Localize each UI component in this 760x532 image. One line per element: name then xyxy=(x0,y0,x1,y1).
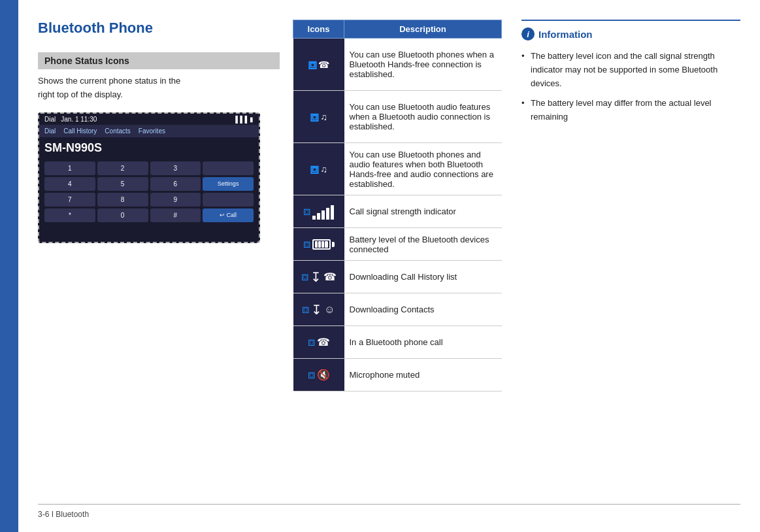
icon-cell-dl-call: ⧈ ↧ ☎ xyxy=(293,261,344,293)
footer-text: 3-6 I Bluetooth xyxy=(38,510,89,519)
battery-seg-1 xyxy=(315,241,318,248)
table-row: ⧈ ☎ In a Bluetooth phone call xyxy=(293,326,502,359)
table-row: ⧈ ♫ You can use Bluetooth phones and aud… xyxy=(293,143,502,195)
bluetooth-symbol: ⧈ xyxy=(303,205,310,218)
icons-table: Icons Description ⧈ ☎ You can use Blu xyxy=(293,20,502,391)
person-symbol: ☺ xyxy=(324,304,335,316)
signal-bars xyxy=(312,204,334,220)
battery-tip xyxy=(332,242,335,247)
table-row: ⧈ 🔇 Microphone muted xyxy=(293,359,502,391)
phone-key-3: 3 xyxy=(150,161,201,175)
signal-bar-3 xyxy=(322,210,325,220)
info-bullet-2: The battery level may differ from the ac… xyxy=(521,97,740,124)
battery-seg-4 xyxy=(325,241,327,248)
phone-keypad: 1 2 3 4 5 6 Settings 7 8 9 * 0 # ↩ Call xyxy=(39,159,259,225)
table-row: ⧈ ↧ ☺ Downloading Contacts xyxy=(293,293,502,326)
phone-status-left: Dial Jan. 1 11:30 xyxy=(44,116,97,123)
icon-cell-battery: ⧈ xyxy=(293,228,344,261)
phone-key-9: 9 xyxy=(150,193,201,207)
mute-symbol: 🔇 xyxy=(317,369,330,381)
table-row: ⧈ ↧ ☎ Downloading Call History list xyxy=(293,261,502,293)
icon-cell-in-call: ⧈ ☎ xyxy=(293,326,344,359)
desc-cell-dl-call: Downloading Call History list xyxy=(344,261,502,293)
page-footer: 3-6 I Bluetooth xyxy=(38,504,740,519)
signal-bar-1 xyxy=(312,216,316,220)
phone-key-star: * xyxy=(44,208,95,222)
bluetooth-both-icon: ⧈ ♫ xyxy=(303,156,335,183)
phone-key-1: 1 xyxy=(44,161,95,175)
battery-seg-2 xyxy=(318,241,321,248)
section-desc: Shows the current phone status in the ri… xyxy=(38,75,280,102)
phone-nav: Dial Call History Contacts Favorites xyxy=(39,125,259,137)
phone-dial-label: Dial xyxy=(44,116,56,123)
phone-date: Jan. 1 11:30 xyxy=(61,116,97,123)
phone-nav-dial: Dial xyxy=(44,127,56,135)
desc-cell-bt-both: You can use Bluetooth phones and audio f… xyxy=(344,143,502,195)
bluetooth-music-icon: ⧈ ♫ xyxy=(303,103,335,131)
desc-cell-bt-phone: You can use Bluetooth phones when a Blue… xyxy=(344,39,502,91)
phone-key-2: 2 xyxy=(97,161,148,175)
phone-symbol: ☎ xyxy=(323,271,337,283)
phone-key-settings: Settings xyxy=(203,177,254,191)
section-heading: Phone Status Icons xyxy=(38,52,280,69)
phone-key-blank1 xyxy=(203,161,254,175)
battery-body-container xyxy=(312,239,335,250)
phone-key-8: 8 xyxy=(97,193,148,207)
phone-status-right: ▐▐▐ ▮ xyxy=(233,116,254,123)
in-call-icon: ⧈ ☎ xyxy=(299,333,339,352)
icon-cell-mute: ⧈ 🔇 xyxy=(293,359,344,391)
table-header-icons: Icons xyxy=(293,20,344,39)
table-row: ⧈ Call signal strength indicato xyxy=(293,195,502,228)
top-section: Bluetooth Phone Phone Status Icons Shows… xyxy=(38,20,740,497)
desc-cell-mute: Microphone muted xyxy=(344,359,502,391)
battery-level-icon: ⧈ xyxy=(299,235,339,254)
table-row: ⧈ ♫ You can use Bluetooth audio features… xyxy=(293,91,502,143)
table-row: ⧈ xyxy=(293,228,502,261)
phone-signal-icon: ▐▐▐ xyxy=(233,116,247,123)
desc-cell-dl-contacts: Downloading Contacts xyxy=(344,293,502,326)
phone-status-bar: Dial Jan. 1 11:30 ▐▐▐ ▮ xyxy=(39,114,259,125)
phone-key-blank2 xyxy=(203,193,254,207)
phone-nav-history: Call History xyxy=(63,127,97,135)
desc-cell-signal: Call signal strength indicator xyxy=(344,195,502,228)
bluetooth-symbol: ⧈ xyxy=(308,368,315,382)
phone-key-call: ↩ Call xyxy=(203,208,254,222)
icon-cell-bt-both: ⧈ ♫ xyxy=(293,143,344,195)
battery-body xyxy=(312,239,331,250)
icon-cell-bt-music: ⧈ ♫ xyxy=(293,91,344,143)
info-bullet-1: The battery level icon and the call sign… xyxy=(521,50,740,90)
table-row: ⧈ ☎ You can use Bluetooth phones when a … xyxy=(293,39,502,91)
bluetooth-phone-icon: ⧈ ☎ xyxy=(303,51,335,78)
phone-screen: Dial Jan. 1 11:30 ▐▐▐ ▮ Dial Call Histor… xyxy=(38,112,260,243)
phone-key-5: 5 xyxy=(97,177,148,191)
icon-cell-signal: ⧈ xyxy=(293,195,344,228)
download-arrow: ↧ xyxy=(310,269,322,285)
desc-cell-battery: Battery level of the Bluetooth devices c… xyxy=(344,228,502,261)
phone-key-hash: # xyxy=(150,208,201,222)
main-content: Bluetooth Phone Phone Status Icons Shows… xyxy=(18,0,760,532)
icon-cell-bt-phone: ⧈ ☎ xyxy=(293,39,344,91)
desc-cell-in-call: In a Bluetooth phone call xyxy=(344,326,502,359)
phone-in-call-symbol: ☎ xyxy=(317,336,330,348)
phone-key-7: 7 xyxy=(44,193,95,207)
signal-bar-2 xyxy=(317,213,320,220)
info-title-text: Information xyxy=(538,29,593,40)
table-header-desc: Description xyxy=(344,20,502,39)
phone-key-4: 4 xyxy=(44,177,95,191)
bluetooth-symbol: ⧈ xyxy=(302,303,309,316)
phone-nav-favorites: Favorites xyxy=(139,127,165,135)
phone-key-6: 6 xyxy=(150,177,201,191)
mute-icon: ⧈ 🔇 xyxy=(299,365,339,384)
info-title-bar: i Information xyxy=(521,27,740,41)
table-column: Icons Description ⧈ ☎ You can use Blu xyxy=(293,20,515,497)
download-call-icon: ⧈ ↧ ☎ xyxy=(299,267,339,288)
desc-cell-bt-music: You can use Bluetooth audio features whe… xyxy=(344,91,502,143)
signal-bar-5 xyxy=(331,205,334,220)
signal-bar-4 xyxy=(326,208,329,220)
phone-battery-icon: ▮ xyxy=(250,116,254,123)
phone-nav-contacts: Contacts xyxy=(105,127,130,135)
bluetooth-symbol: ⧈ xyxy=(308,335,315,349)
sidebar xyxy=(0,0,18,532)
download-arrow: ↧ xyxy=(311,302,322,318)
info-column: i Information The battery level icon and… xyxy=(515,20,740,497)
